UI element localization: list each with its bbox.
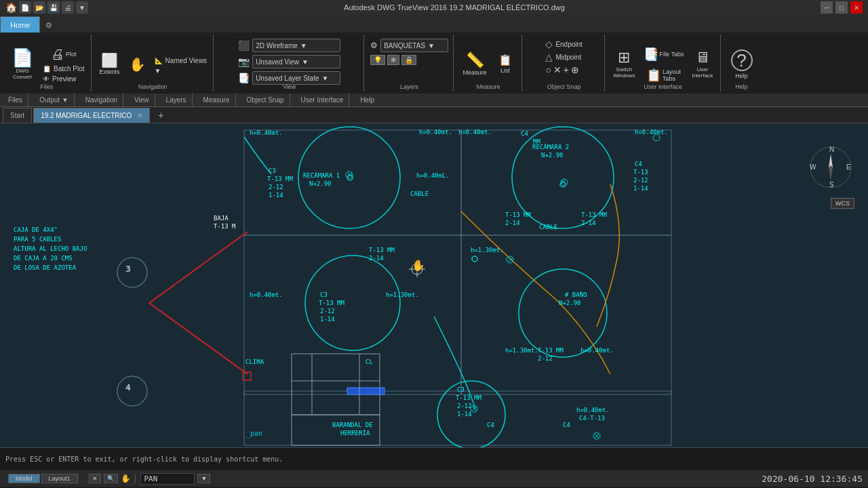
search-btn[interactable]: 🔍 — [104, 474, 118, 483]
ui-group-content: ⊞ SwitchWindows 📑 File Tabs 📋 LayoutTabs… — [610, 36, 715, 90]
room-3-label: 3 — [125, 264, 131, 274]
add-tab-icon: + — [158, 110, 163, 121]
section-help[interactable]: Help — [355, 94, 380, 106]
pan-command-input[interactable] — [140, 473, 195, 485]
chevron-icon: ▼ — [155, 67, 161, 75]
close-btn[interactable]: ✕ — [850, 1, 863, 14]
print-btn[interactable]: 🖨 — [62, 1, 74, 14]
drawing-canvas[interactable]: ✋ CAJA DE 4X4" PARA 5 CABLES ALTURA AL L… — [0, 123, 868, 447]
file-tabs-btn[interactable]: 📑 File Tabs — [641, 45, 687, 64]
section-snap[interactable]: Object Snap — [241, 94, 290, 106]
pan-tool-btn[interactable]: ✋ — [125, 56, 150, 73]
save-btn[interactable]: 💾 — [47, 1, 60, 14]
statusbar: Press ESC or ENTER to exit, or right-cli… — [0, 447, 868, 487]
x-snap-icon: ✕ — [553, 64, 561, 75]
help-icon: ? — [731, 49, 753, 71]
ribbon-group-files: 📄 DWGConvert 🖨 Plot 📋 Batch Plot 👁 Previ… — [3, 35, 92, 92]
statusbar-bottom: Model Layout1 ✕ 🔍 ✋ │ ▼ 2020-06-10 12:36… — [0, 470, 868, 487]
circle-snap-icon: ○ — [545, 64, 551, 75]
named-views-label: Named Views — [165, 57, 208, 64]
batch-plot-btn[interactable]: 📋 Batch Plot — [41, 64, 87, 73]
saved-view-dropdown[interactable]: Unsaved View ▼ — [252, 55, 340, 68]
ribbon-group-snap: ◇ Endpoint △ Midpoint ○ ✕ + ⊕ Object Sna… — [524, 35, 605, 92]
section-navigation[interactable]: Navigation — [80, 94, 123, 106]
section-output[interactable]: Output ▼ — [34, 94, 75, 106]
measure-btn[interactable]: 📏 Measure — [459, 44, 490, 85]
ribbon-group-navigation: ⬜ Extents ✋ 📐 Named Views ▼ Navigation — [93, 35, 214, 92]
section-layers[interactable]: Layers — [161, 94, 193, 106]
svg-rect-0 — [0, 123, 868, 447]
new-btn[interactable]: 📄 — [19, 1, 31, 14]
dropdown-btn[interactable]: ▼ — [76, 1, 88, 14]
extents-btn[interactable]: ⬜ Extents — [97, 52, 123, 77]
layer-state-value: Unsaved Layer State — [256, 75, 319, 82]
pan-separator: │ — [134, 474, 138, 483]
model-tab[interactable]: Model — [8, 474, 40, 483]
layers-dropdown[interactable]: BANQUETAS ▼ — [380, 39, 448, 52]
status-right: 2020-06-10 12:36:45 — [762, 474, 863, 484]
file-tabs-label: File Tabs — [660, 51, 684, 58]
section-ui[interactable]: User Interface — [296, 94, 350, 106]
ribbon-content: 📄 DWGConvert 🖨 Plot 📋 Batch Plot 👁 Previ… — [0, 33, 868, 94]
help-group-label: Help — [722, 83, 762, 90]
legend-line-3: ALTURA AL LECHO BAJO — [14, 244, 87, 253]
user-interface-btn[interactable]: 🖥 UserInterface — [689, 48, 715, 81]
layout-tabs-label: LayoutTabs — [663, 68, 681, 82]
batch-plot-label: Batch Plot — [54, 65, 85, 73]
pan-command-display: _pan — [246, 430, 262, 437]
help-group-content: ? Help — [726, 36, 757, 90]
maximize-btn[interactable]: □ — [835, 1, 848, 14]
layout-tabs-btn[interactable]: 📋 LayoutTabs — [641, 66, 687, 85]
pan-dropdown-btn[interactable]: ▼ — [197, 474, 210, 483]
section-files[interactable]: Files — [3, 94, 28, 106]
tab-add[interactable]: + — [151, 108, 170, 123]
section-measure[interactable]: Measure — [198, 94, 236, 106]
section-view[interactable]: View — [129, 94, 155, 106]
tab-close-icon[interactable]: ✕ — [137, 112, 142, 119]
legend-line-1: CAJA DE 4X4" — [14, 225, 87, 235]
tab-home[interactable]: Home — [0, 16, 40, 33]
tab-settings[interactable]: ⚙ — [40, 18, 58, 33]
minimize-btn[interactable]: ─ — [821, 1, 833, 14]
wireframe-icon: ⬛ — [238, 40, 250, 51]
layer-visible-btn[interactable]: 💡 — [370, 55, 385, 65]
layout-tabs-icon: 📋 — [646, 68, 661, 83]
snap-group-label: Object Snap — [524, 83, 604, 90]
dwg-convert-btn[interactable]: 📄 DWGConvert — [7, 44, 38, 85]
named-views-drop[interactable]: ▼ — [153, 66, 210, 75]
nav-group-label: Navigation — [93, 83, 214, 90]
open-btn[interactable]: 📂 — [33, 1, 45, 14]
plot-icon: 🖨 — [51, 47, 64, 61]
layer-lock-btn[interactable]: 🔒 — [401, 55, 416, 65]
extents-label: Extents — [100, 68, 120, 75]
pan-command-area: ✕ 🔍 ✋ │ ▼ — [89, 473, 211, 485]
snap-group-content: ◇ Endpoint △ Midpoint ○ ✕ + ⊕ — [545, 36, 582, 90]
command-line: Press ESC or ENTER to exit, or right-cli… — [5, 455, 863, 463]
named-views-btn[interactable]: 📐 Named Views — [153, 56, 210, 65]
help-btn[interactable]: ? Help — [726, 44, 757, 85]
plot-btn[interactable]: 🖨 Plot — [41, 45, 87, 63]
window-controls: ─ □ ✕ — [821, 1, 863, 14]
arrow-snap-icon: ⊕ — [571, 64, 579, 75]
x-close-btn[interactable]: ✕ — [89, 474, 101, 483]
list-label: List — [500, 67, 510, 74]
list-btn[interactable]: 📋 List — [493, 53, 517, 76]
layer-state-dropdown[interactable]: Unsaved Layer State ▼ — [252, 71, 340, 85]
ribbon-sections: Files Output ▼ Navigation View Layers Me… — [0, 94, 868, 107]
preview-btn[interactable]: 👁 Preview — [41, 75, 87, 83]
wireframe-dropdown[interactable]: 2D Wireframe ▼ — [252, 39, 340, 52]
wcs-badge: WCS — [831, 198, 854, 209]
batch-plot-icon: 📋 — [43, 65, 51, 73]
quick-access-toolbar: 🏠 📄 📂 💾 🖨 ▼ — [5, 1, 88, 14]
layer-freeze-btn[interactable]: ❄ — [387, 55, 399, 65]
room-4-label: 4 — [125, 382, 131, 392]
ribbon-group-measure: 📏 Measure 📋 List Measure — [455, 35, 522, 92]
tab-drawing[interactable]: 19.2 MADRIGAL ELÉCTRICO ✕ — [33, 108, 150, 123]
tab-start[interactable]: Start — [3, 108, 32, 123]
view-group-label: View — [215, 83, 363, 90]
switch-windows-btn[interactable]: ⊞ SwitchWindows — [610, 48, 637, 81]
file-tabs-icon: 📑 — [644, 47, 658, 62]
layout1-tab[interactable]: Layout1 — [41, 474, 78, 483]
preview-icon: 👁 — [43, 75, 50, 83]
dropdown-arrow: ▼ — [300, 42, 307, 49]
